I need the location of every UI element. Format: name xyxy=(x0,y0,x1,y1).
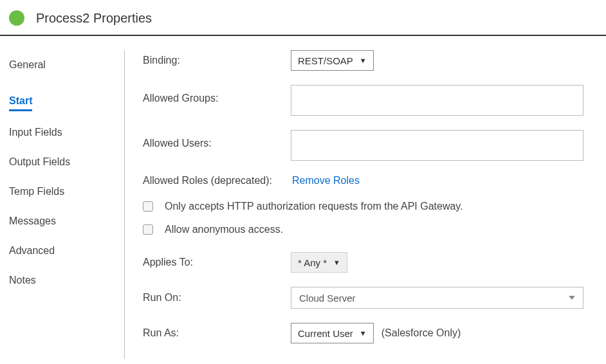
api-gateway-checkbox[interactable] xyxy=(143,201,153,212)
anonymous-access-checkbox-label: Allow anonymous access. xyxy=(165,224,283,235)
allowed-users-row: Allowed Users: xyxy=(143,130,587,161)
run-as-hint: (Salesforce Only) xyxy=(381,327,461,339)
applies-to-label: Applies To: xyxy=(143,257,291,268)
run-as-label: Run As: xyxy=(143,327,291,339)
properties-header: Process2 Properties xyxy=(0,0,606,36)
remove-roles-link[interactable]: Remove Roles xyxy=(292,175,360,186)
allowed-roles-label: Allowed Roles (deprecated): xyxy=(143,175,291,187)
properties-sidebar: General Start Input Fields Output Fields… xyxy=(9,50,125,359)
binding-select[interactable]: REST/SOAP ▼ xyxy=(291,50,374,71)
api-gateway-checkbox-label: Only accepts HTTP authorization requests… xyxy=(165,201,463,212)
allowed-groups-row: Allowed Groups: xyxy=(143,85,587,116)
allowed-users-label: Allowed Users: xyxy=(143,130,291,149)
anonymous-access-checkbox[interactable] xyxy=(143,224,153,235)
run-as-row: Run As: Current User ▼ (Salesforce Only) xyxy=(143,323,587,343)
sidebar-item-start[interactable]: Start xyxy=(9,86,32,111)
applies-to-row: Applies To: * Any * ▼ xyxy=(143,252,587,273)
sidebar-item-messages[interactable]: Messages xyxy=(9,206,118,236)
anonymous-access-checkbox-row: Allow anonymous access. xyxy=(143,224,587,235)
sidebar-item-input-fields[interactable]: Input Fields xyxy=(9,118,118,147)
sidebar-item-temp-fields[interactable]: Temp Fields xyxy=(9,177,118,206)
allowed-users-input[interactable] xyxy=(291,130,583,161)
sidebar-item-general[interactable]: General xyxy=(9,50,118,80)
run-on-row: Run On: Cloud Server xyxy=(143,287,587,309)
run-on-select[interactable]: Cloud Server xyxy=(291,287,583,309)
run-on-label: Run On: xyxy=(143,292,291,304)
run-as-select[interactable]: Current User ▼ xyxy=(291,323,374,343)
content-area: General Start Input Fields Output Fields… xyxy=(0,36,606,359)
status-indicator-icon xyxy=(9,10,24,26)
binding-row: Binding: REST/SOAP ▼ xyxy=(143,50,587,71)
chevron-down-icon xyxy=(569,296,575,300)
applies-to-select[interactable]: * Any * ▼ xyxy=(291,252,347,273)
sidebar-item-advanced[interactable]: Advanced xyxy=(9,236,118,266)
allowed-groups-input[interactable] xyxy=(291,85,583,116)
api-gateway-checkbox-row: Only accepts HTTP authorization requests… xyxy=(143,201,587,212)
chevron-down-icon: ▼ xyxy=(360,57,367,64)
binding-select-value: REST/SOAP xyxy=(298,55,353,66)
binding-label: Binding: xyxy=(143,55,291,66)
chevron-down-icon: ▼ xyxy=(360,329,367,337)
run-as-value: Current User xyxy=(298,328,353,339)
page-title: Process2 Properties xyxy=(36,11,152,26)
chevron-down-icon: ▼ xyxy=(333,259,340,266)
applies-to-value: * Any * xyxy=(298,257,327,268)
sidebar-item-output-fields[interactable]: Output Fields xyxy=(9,147,118,177)
run-on-value: Cloud Server xyxy=(299,293,356,304)
form-panel: Binding: REST/SOAP ▼ Allowed Groups: All… xyxy=(125,50,606,359)
allowed-groups-label: Allowed Groups: xyxy=(143,85,291,104)
allowed-roles-row: Allowed Roles (deprecated): Remove Roles xyxy=(143,175,587,187)
sidebar-item-notes[interactable]: Notes xyxy=(9,266,118,295)
